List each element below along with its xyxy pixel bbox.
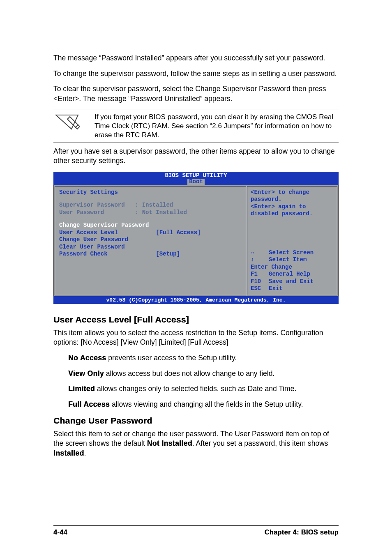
bios-item-change-user: Change User Password — [59, 236, 242, 244]
paragraph: After you have set a supervisor password… — [53, 147, 339, 166]
option-text: allows access but does not allow change … — [104, 369, 274, 378]
bios-key-help: ↔ Select Screen ↕ Select Item Enter Chan… — [251, 249, 334, 292]
divider — [53, 142, 339, 143]
bios-item-password-check: Password Check [Setup] — [59, 251, 242, 258]
option-full-access: Full Access — [68, 400, 110, 408]
option-list: No Access prevents user access to the Se… — [53, 353, 339, 410]
note-block: If you forget your BIOS password, you ca… — [53, 113, 339, 140]
bios-item-change-supervisor: Change Supervisor Password — [59, 222, 242, 229]
chapter-label: Chapter 4: BIOS setup — [265, 528, 339, 537]
arrows-lr-icon: ↔ — [251, 249, 269, 257]
bios-item-clear-user: Clear User Password — [59, 244, 242, 251]
heading-user-access-level: User Access Level [Full Access] — [53, 314, 339, 325]
bios-screenshot: BIOS SETUP UTILITY Boot Security Setting… — [53, 172, 339, 304]
bios-section-title: Security Settings — [59, 189, 242, 196]
bios-tab-boot: Boot — [187, 179, 205, 185]
bios-footer: v02.58 (C)Copyright 1985-2005, American … — [53, 296, 339, 304]
bios-help-panel: <Enter> to change password. <Enter> agai… — [247, 186, 337, 295]
page-number: 4-44 — [53, 528, 67, 537]
bios-left-panel: Security Settings Supervisor Password : … — [55, 186, 246, 295]
bios-help-line: <Enter> to change — [251, 189, 334, 196]
bios-item-user-access-level: User Access Level [Full Access] — [59, 229, 242, 237]
option-no-access: No Access — [68, 354, 106, 362]
bios-help-line: password. — [251, 196, 334, 203]
paragraph: The message “Password Installed” appears… — [53, 53, 339, 63]
bios-supervisor-row: Supervisor Password : Installed — [59, 202, 242, 209]
paragraph: To clear the supervisor password, select… — [53, 84, 339, 104]
bios-userpw-row: User Password : Not Installed — [59, 209, 242, 216]
page-footer: 4-44 Chapter 4: BIOS setup — [0, 525, 392, 537]
option-text: prevents user access to the Setup utilit… — [106, 354, 237, 362]
option-limited: Limited — [68, 385, 95, 393]
option-view-only: View Only — [68, 369, 104, 378]
bios-help-line: disabled password. — [251, 210, 334, 218]
paragraph: Select this item to set or change the us… — [53, 429, 339, 458]
note-pencil-icon — [53, 113, 82, 134]
heading-change-user-password: Change User Password — [53, 415, 339, 426]
divider — [53, 110, 339, 110]
paragraph: To change the supervisor password, follo… — [53, 69, 339, 79]
bios-help-line: <Enter> again to — [251, 203, 334, 211]
note-text: If you forget your BIOS password, you ca… — [95, 113, 339, 140]
bios-title: BIOS SETUP UTILITY — [165, 172, 227, 179]
arrows-ud-icon: ↕ — [251, 256, 269, 264]
paragraph: This item allows you to select the acces… — [53, 328, 339, 348]
bios-titlebar: BIOS SETUP UTILITY Boot — [53, 172, 339, 185]
option-text: allows viewing and changing all the fiel… — [110, 400, 303, 408]
option-text: allows changes only to selected fields, … — [95, 385, 296, 393]
